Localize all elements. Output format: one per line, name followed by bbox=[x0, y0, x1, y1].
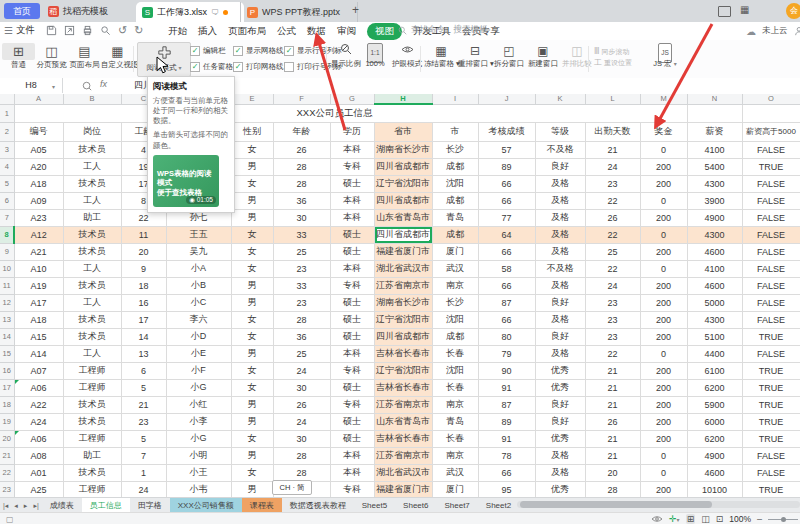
cell-E22[interactable]: 女 bbox=[231, 464, 273, 481]
checkbox-打印网格线[interactable]: ✓打印网格线 bbox=[233, 62, 284, 72]
cell-M3[interactable]: 0 bbox=[640, 141, 687, 158]
cell-H8[interactable]: 四川省成都市 bbox=[374, 226, 432, 243]
cell-L14[interactable]: 23 bbox=[585, 328, 640, 345]
cell-N12[interactable]: 5000 bbox=[687, 294, 742, 311]
cell-G16[interactable]: 专科 bbox=[330, 362, 374, 379]
cell-C15[interactable]: 13 bbox=[121, 345, 166, 362]
cell-N10[interactable]: 4100 bbox=[687, 260, 742, 277]
cell-O5[interactable]: FALSE bbox=[742, 175, 800, 192]
cell-A19[interactable]: A24 bbox=[14, 413, 63, 430]
cell-N15[interactable]: 4400 bbox=[687, 345, 742, 362]
cell-H4[interactable]: 四川省成都市 bbox=[374, 158, 432, 175]
cell-A21[interactable]: A08 bbox=[14, 447, 63, 464]
cell-J5[interactable]: 66 bbox=[478, 175, 535, 192]
fx-icon[interactable]: fx bbox=[100, 79, 107, 89]
cell-L6[interactable]: 22 bbox=[585, 192, 640, 209]
cell-H14[interactable]: 四川省成都市 bbox=[374, 328, 432, 345]
sheet-title-cell[interactable]: XXX公司员工信息 bbox=[14, 104, 687, 122]
row-header[interactable]: 18 bbox=[0, 396, 14, 413]
cell-F7[interactable]: 30 bbox=[273, 209, 330, 226]
header-cell[interactable]: 学历 bbox=[330, 122, 374, 141]
header-cell[interactable]: 考核成绩 bbox=[478, 122, 535, 141]
cell-I14[interactable]: 成都 bbox=[432, 328, 478, 345]
cell-K14[interactable]: 良好 bbox=[535, 328, 585, 345]
cell[interactable] bbox=[742, 104, 800, 122]
cell-M8[interactable]: 0 bbox=[640, 226, 687, 243]
cell-J7[interactable]: 77 bbox=[478, 209, 535, 226]
cell-D16[interactable]: 小F bbox=[166, 362, 231, 379]
header-cell[interactable]: 市 bbox=[432, 122, 478, 141]
column-header-F[interactable]: F bbox=[273, 94, 330, 104]
cell-N8[interactable]: 4300 bbox=[687, 226, 742, 243]
cell-I21[interactable]: 南京 bbox=[432, 447, 478, 464]
row-header[interactable]: 19 bbox=[0, 413, 14, 430]
cell-G12[interactable]: 硕士 bbox=[330, 294, 374, 311]
cell-E7[interactable]: 男 bbox=[231, 209, 273, 226]
cell-G18[interactable]: 专科 bbox=[330, 396, 374, 413]
cell-F20[interactable]: 30 bbox=[273, 430, 330, 447]
column-header-O[interactable]: O bbox=[742, 94, 800, 104]
sheet-tab-Sheet5[interactable]: Sheet5 bbox=[354, 498, 395, 513]
cell-L17[interactable]: 21 bbox=[585, 379, 640, 396]
cell-B17[interactable]: 工程师 bbox=[63, 379, 121, 396]
cell-L10[interactable]: 22 bbox=[585, 260, 640, 277]
menu-item-视图[interactable]: 视图 bbox=[367, 23, 402, 40]
cell-O13[interactable]: FALSE bbox=[742, 311, 800, 328]
cell-N9[interactable]: 4600 bbox=[687, 243, 742, 260]
column-header-H[interactable]: H bbox=[374, 94, 432, 104]
cell-D10[interactable]: 小A bbox=[166, 260, 231, 277]
cell-N17[interactable]: 6200 bbox=[687, 379, 742, 396]
cell-B12[interactable]: 工人 bbox=[63, 294, 121, 311]
cell-F13[interactable]: 28 bbox=[273, 311, 330, 328]
cell-E8[interactable]: 女 bbox=[231, 226, 273, 243]
cell-N18[interactable]: 5900 bbox=[687, 396, 742, 413]
menu-item-审阅[interactable]: 审阅 bbox=[337, 25, 356, 38]
cell-G7[interactable]: 本科 bbox=[330, 209, 374, 226]
cell-G3[interactable]: 本科 bbox=[330, 141, 374, 158]
cell-G13[interactable]: 硕士 bbox=[330, 311, 374, 328]
vip-badge[interactable]: 会 bbox=[786, 3, 800, 19]
cell-H7[interactable]: 山东省青岛市 bbox=[374, 209, 432, 226]
column-header-I[interactable]: I bbox=[432, 94, 478, 104]
cell-I3[interactable]: 长沙 bbox=[432, 141, 478, 158]
cell-F14[interactable]: 36 bbox=[273, 328, 330, 345]
cell-G20[interactable]: 硕士 bbox=[330, 430, 374, 447]
cell-E19[interactable]: 男 bbox=[231, 413, 273, 430]
scrollbar-thumb[interactable] bbox=[520, 501, 712, 508]
cell-G8[interactable]: 硕士 bbox=[330, 226, 374, 243]
cell-M9[interactable]: 200 bbox=[640, 243, 687, 260]
sheet-tab-Sheet2[interactable]: Sheet2 bbox=[478, 498, 519, 513]
row-header[interactable]: 23 bbox=[0, 481, 14, 498]
cell-I19[interactable]: 青岛 bbox=[432, 413, 478, 430]
cell-J18[interactable]: 87 bbox=[478, 396, 535, 413]
eye-protect-button[interactable]: 护眼模式 bbox=[390, 43, 424, 69]
sheet-tab-员工信息[interactable]: 员工信息 bbox=[82, 498, 130, 513]
ppt-document-tab[interactable]: P WPS PPT教程.pptx bbox=[240, 2, 358, 22]
cell-O3[interactable]: FALSE bbox=[742, 141, 800, 158]
cell-O17[interactable]: TRUE bbox=[742, 379, 800, 396]
cell-A8[interactable]: A12 bbox=[14, 226, 63, 243]
sheet-nav-prev-icon[interactable]: ◂ bbox=[11, 502, 21, 510]
cell-K7[interactable]: 及格 bbox=[535, 209, 585, 226]
cell-F4[interactable]: 28 bbox=[273, 158, 330, 175]
select-all-corner[interactable] bbox=[0, 94, 14, 104]
cell-G5[interactable]: 硕士 bbox=[330, 175, 374, 192]
page-layout-view-icon[interactable]: ◫ bbox=[701, 514, 710, 524]
row-header[interactable]: 2 bbox=[0, 122, 14, 141]
cell-E13[interactable]: 女 bbox=[231, 311, 273, 328]
cell-K11[interactable]: 及格 bbox=[535, 277, 585, 294]
cell-E14[interactable]: 女 bbox=[231, 328, 273, 345]
header-cell[interactable]: 奖金 bbox=[640, 122, 687, 141]
cell-K17[interactable]: 优秀 bbox=[535, 379, 585, 396]
cell-N5[interactable]: 4300 bbox=[687, 175, 742, 192]
docer-tab[interactable]: 稻 找稻壳模板 bbox=[48, 5, 108, 18]
cell-O11[interactable]: FALSE bbox=[742, 277, 800, 294]
cell-K16[interactable]: 优秀 bbox=[535, 362, 585, 379]
cell-I22[interactable]: 武汉 bbox=[432, 464, 478, 481]
row-header[interactable]: 10 bbox=[0, 260, 14, 277]
cell-H19[interactable]: 山东省青岛市 bbox=[374, 413, 432, 430]
menu-item-页面布局[interactable]: 页面布局 bbox=[228, 25, 266, 38]
cell-N21[interactable]: 4900 bbox=[687, 447, 742, 464]
cell-H23[interactable]: 福建省厦门市 bbox=[374, 481, 432, 498]
cell-D22[interactable]: 小王 bbox=[166, 464, 231, 481]
